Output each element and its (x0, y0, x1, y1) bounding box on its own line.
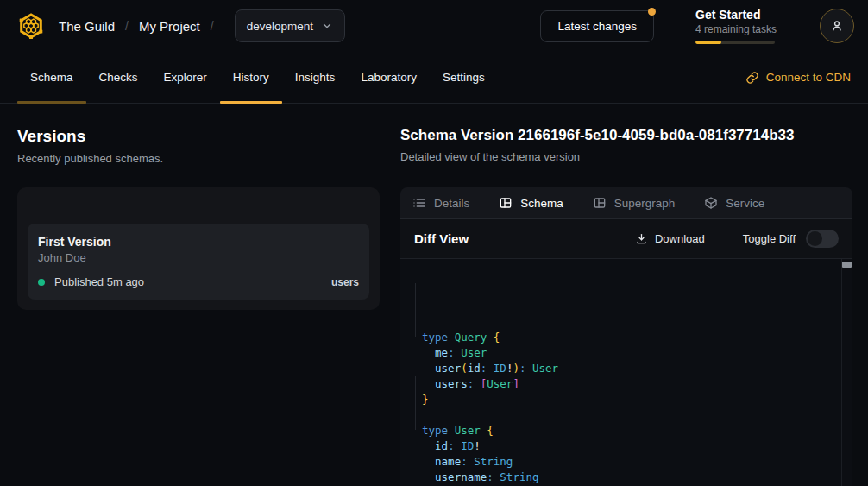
detail-tab-schema[interactable]: Schema (499, 196, 563, 210)
latest-changes-button[interactable]: Latest changes (540, 10, 654, 42)
schema-code-viewer[interactable]: type Query { me: User user(id: ID!): Use… (400, 259, 852, 486)
breadcrumb-separator: / (211, 19, 214, 33)
notification-dot (648, 8, 656, 16)
environment-selector[interactable]: development (235, 9, 345, 42)
detail-tab-service[interactable]: Service (704, 196, 764, 210)
detail-tab-schema-label: Schema (520, 197, 563, 210)
environment-selector-value: development (247, 20, 313, 33)
top-bar: The Guild / My Project / development Lat… (0, 0, 868, 52)
main-nav: Schema Checks Explorer History Insights … (0, 52, 868, 104)
detail-tab-details[interactable]: Details (412, 196, 469, 210)
get-started-progressbar (695, 41, 775, 44)
tab-laboratory-label: Laboratory (361, 71, 417, 84)
get-started-widget[interactable]: Get Started 4 remaining tasks (695, 8, 778, 44)
get-started-progress-fill (695, 41, 721, 44)
detail-tab-details-label: Details (434, 197, 469, 210)
diff-toolbar: Diff View Download Toggle Diff (400, 219, 852, 259)
versions-card: First Version John Doe Published 5m ago … (17, 187, 380, 310)
version-name: First Version (38, 235, 359, 249)
toggle-diff-label: Toggle Diff (743, 232, 796, 245)
code-line: name: String (422, 454, 840, 470)
scrollbar-thumb[interactable] (842, 262, 852, 268)
version-service-badge: users (331, 276, 359, 288)
toggle-diff-switch[interactable] (806, 230, 839, 248)
person-icon (829, 18, 845, 34)
tab-checks-label: Checks (99, 71, 138, 84)
tab-history-label: History (233, 71, 269, 84)
code-line: users: [User] (422, 376, 840, 392)
latest-changes-label: Latest changes (557, 20, 637, 33)
code-line (422, 407, 840, 423)
version-detail-subtitle: Detailed view of the schema version (400, 150, 852, 163)
columns-icon (499, 196, 513, 210)
code-line: username: String (422, 470, 840, 485)
tab-checks[interactable]: Checks (86, 52, 151, 103)
indent-guide (415, 283, 416, 337)
toggle-knob (808, 231, 822, 246)
versions-title: Versions (17, 127, 390, 146)
tab-laboratory[interactable]: Laboratory (348, 52, 430, 103)
tab-settings-label: Settings (443, 71, 485, 84)
version-detail-panel: Schema Version 2166196f-5e10-4059-bd0a-0… (390, 104, 868, 486)
breadcrumb-org[interactable]: The Guild (59, 19, 115, 34)
detail-tabs: Details Schema Sup (400, 187, 852, 219)
schema-view-panel: Details Schema Sup (400, 187, 852, 486)
detail-tab-service-label: Service (726, 197, 764, 210)
version-status-row: Published 5m ago users (38, 275, 359, 288)
user-avatar-button[interactable] (820, 9, 854, 43)
code-scrollbar[interactable] (841, 259, 852, 486)
code-line: } (422, 392, 840, 407)
version-detail-title: Schema Version 2166196f-5e10-4059-bd0a-0… (400, 127, 852, 144)
indent-guide (415, 376, 416, 430)
tab-insights[interactable]: Insights (282, 52, 349, 103)
versions-subtitle: Recently published schemas. (17, 152, 390, 165)
list-icon (412, 196, 426, 210)
get-started-subtitle: 4 remaining tasks (695, 23, 778, 35)
download-label: Download (655, 232, 705, 245)
version-status: Published 5m ago (54, 275, 144, 288)
get-started-title: Get Started (695, 8, 778, 22)
tab-explorer[interactable]: Explorer (151, 52, 220, 103)
version-author: John Doe (38, 251, 359, 264)
columns-icon (593, 196, 607, 210)
tab-explorer-label: Explorer (164, 71, 207, 84)
tab-insights-label: Insights (295, 71, 336, 84)
connect-to-cdn-link[interactable]: Connect to CDN (745, 52, 851, 103)
connect-to-cdn-label: Connect to CDN (766, 71, 851, 84)
download-icon (635, 232, 648, 245)
diff-view-title: Diff View (414, 231, 469, 246)
chevron-down-icon (321, 20, 333, 32)
breadcrumb: The Guild / My Project / (59, 19, 224, 34)
tab-history[interactable]: History (220, 52, 282, 103)
tab-settings[interactable]: Settings (430, 52, 498, 103)
detail-tab-supergraph[interactable]: Supergraph (593, 196, 676, 210)
hive-logo-icon[interactable] (14, 9, 48, 43)
code-line: user(id: ID!): User (422, 361, 840, 376)
detail-tab-supergraph-label: Supergraph (614, 197, 676, 210)
download-button[interactable]: Download (635, 232, 705, 245)
link-icon (745, 71, 759, 85)
breadcrumb-project[interactable]: My Project (139, 19, 200, 34)
tab-schema[interactable]: Schema (17, 52, 86, 103)
version-list-item[interactable]: First Version John Doe Published 5m ago … (28, 224, 369, 300)
code-line: type Query { (422, 330, 840, 345)
published-status-dot (38, 279, 45, 286)
tab-schema-label: Schema (30, 71, 73, 84)
code-line: me: User (422, 345, 840, 361)
code-line: id: ID! (422, 439, 840, 454)
versions-panel: Versions Recently published schemas. Fir… (0, 104, 390, 486)
cube-icon (704, 196, 718, 210)
breadcrumb-separator: / (125, 19, 129, 33)
code-lines: type Query { me: User user(id: ID!): Use… (422, 330, 840, 486)
code-line: type User { (422, 423, 840, 439)
content: Versions Recently published schemas. Fir… (0, 104, 868, 486)
